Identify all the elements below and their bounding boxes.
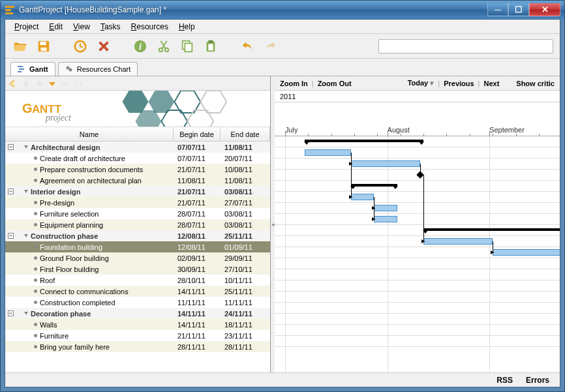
month-label: August	[388, 126, 410, 134]
table-row[interactable]: Furniture21/11/1123/11/11	[5, 330, 270, 341]
status-rss[interactable]: RSS	[496, 376, 513, 385]
table-row[interactable]: Create draft of architecture07/07/1120/0…	[5, 153, 270, 164]
zoom-in-button[interactable]: Zoom In	[280, 80, 308, 87]
summary-bar[interactable]	[423, 228, 560, 231]
nav-back-icon[interactable]	[8, 78, 18, 89]
task-bar[interactable]	[305, 149, 351, 156]
col-name[interactable]: Name	[5, 127, 174, 141]
table-row[interactable]: Roof28/10/1110/11/11	[5, 275, 270, 286]
status-errors[interactable]: Errors	[526, 376, 549, 385]
svg-point-19	[66, 67, 69, 70]
menu-tasks[interactable]: Tasks	[95, 21, 126, 33]
table-row[interactable]: First Floor building30/09/1127/10/11	[5, 264, 270, 275]
task-bar[interactable]	[351, 160, 420, 167]
task-bar[interactable]	[423, 238, 493, 245]
undo-button[interactable]	[239, 38, 256, 55]
nav-down-icon[interactable]	[47, 78, 57, 89]
col-begin[interactable]: Begin date	[174, 127, 221, 141]
copy-button[interactable]	[179, 38, 196, 55]
maximize-button[interactable]: ☐	[508, 3, 529, 16]
table-row[interactable]: Foundation building12/08/1101/09/11	[5, 241, 270, 252]
table-row[interactable]: Equipment planning28/07/1103/08/11	[5, 219, 270, 230]
info-button[interactable]: i	[132, 38, 149, 55]
task-bar[interactable]	[493, 249, 560, 256]
minimize-button[interactable]: ─	[487, 3, 508, 16]
task-name: Furniture	[40, 332, 69, 340]
table-row[interactable]: −Construction phase12/08/1125/11/11	[5, 230, 270, 241]
unlink-icon[interactable]	[73, 78, 84, 89]
nav-fwd-icon[interactable]	[21, 78, 31, 89]
search-input[interactable]	[378, 39, 553, 53]
cut-button[interactable]	[155, 38, 172, 55]
table-row[interactable]: Furniture selection28/07/1103/08/11	[5, 208, 270, 219]
link-icon[interactable]	[60, 78, 70, 89]
table-row[interactable]: −Architectural design07/07/1111/08/11	[5, 142, 270, 153]
svg-rect-1	[5, 9, 11, 11]
collapse-toggle[interactable]: −	[8, 188, 14, 194]
task-name: Ground Floor building	[40, 254, 109, 262]
task-bar[interactable]	[374, 205, 397, 211]
svg-text:G: G	[22, 101, 33, 115]
table-row[interactable]: Ground Floor building02/09/1129/09/11	[5, 252, 270, 264]
collapse-toggle[interactable]: −	[8, 233, 14, 239]
table-row[interactable]: Construction completed11/11/1111/11/11	[5, 297, 270, 308]
gantt-chart[interactable]: JulyAugustSeptember	[275, 102, 560, 372]
task-end: 24/11/11	[221, 310, 270, 318]
col-end[interactable]: End date	[221, 127, 270, 141]
task-end: 25/11/11	[221, 288, 270, 295]
delete-button[interactable]	[95, 38, 112, 55]
task-begin: 12/08/11	[174, 243, 221, 251]
table-row[interactable]: Walls14/11/1118/11/11	[5, 319, 270, 330]
task-tree[interactable]: −Architectural design07/07/1111/08/11Cre…	[5, 142, 270, 372]
task-begin: 12/08/11	[174, 232, 221, 240]
menu-view[interactable]: View	[68, 21, 95, 33]
task-name: Architectural design	[31, 143, 100, 151]
task-begin: 14/11/11	[174, 310, 221, 318]
task-name: First Floor building	[40, 265, 99, 273]
task-begin: 11/08/11	[174, 177, 221, 185]
table-row[interactable]: −Interior design21/07/1103/08/11	[5, 186, 270, 197]
close-button[interactable]: ✕	[529, 3, 560, 16]
summary-bar[interactable]	[305, 140, 423, 142]
next-button[interactable]: Next	[483, 80, 499, 87]
menu-project[interactable]: Project	[9, 21, 44, 33]
menu-help[interactable]: Help	[174, 21, 200, 33]
tab-gantt[interactable]: Gantt	[10, 62, 55, 76]
task-bar[interactable]	[374, 216, 397, 222]
summary-bar[interactable]	[351, 184, 397, 187]
menu-edit[interactable]: Edit	[44, 21, 68, 33]
month-label: September	[489, 126, 525, 134]
task-end: 10/11/11	[221, 277, 270, 284]
today-button[interactable]: Today	[408, 79, 435, 87]
open-button[interactable]	[12, 38, 29, 55]
table-row[interactable]: −Decoration phase14/11/1124/11/11	[5, 308, 270, 319]
menu-resources[interactable]: Resources	[126, 21, 174, 33]
table-row[interactable]: Connect to communications14/11/1125/11/1…	[5, 286, 270, 297]
task-name: Equipment planning	[40, 221, 103, 229]
show-critic-button[interactable]: Show critic	[516, 80, 555, 87]
collapse-toggle[interactable]: −	[8, 144, 14, 150]
task-end: 27/10/11	[221, 265, 270, 273]
clock-button[interactable]	[72, 38, 89, 55]
table-row[interactable]: Agreement on architectural plan11/08/111…	[5, 175, 270, 186]
zoom-out-button[interactable]: Zoom Out	[318, 80, 352, 87]
titlebar[interactable]: GanttProject [HouseBuildingSample.gan] *…	[1, 1, 564, 19]
paste-button[interactable]	[202, 38, 219, 55]
task-begin: 07/07/11	[174, 143, 221, 151]
tab-resources[interactable]: Resources Chart	[58, 62, 138, 76]
collapse-toggle[interactable]: −	[8, 310, 14, 316]
previous-button[interactable]: Previous	[444, 80, 474, 87]
svg-rect-15	[208, 44, 213, 50]
year-label: 2011	[275, 91, 560, 102]
table-row[interactable]: Prepare construction documents21/07/1110…	[5, 164, 270, 175]
task-bar[interactable]	[351, 194, 374, 200]
gantt-chart-pane: Zoom In | Zoom Out Today | Previous | Ne…	[275, 76, 560, 372]
nav-up-icon[interactable]	[34, 78, 44, 89]
table-row[interactable]: Bring your family here28/11/1128/11/11	[5, 341, 270, 352]
task-end: 03/08/11	[221, 221, 270, 229]
table-row[interactable]: Pre-design21/07/1127/07/11	[5, 197, 270, 208]
task-name: Pre-design	[40, 199, 74, 207]
main-toolbar: i	[5, 34, 560, 59]
redo-button[interactable]	[262, 38, 279, 55]
save-button[interactable]	[35, 38, 52, 55]
